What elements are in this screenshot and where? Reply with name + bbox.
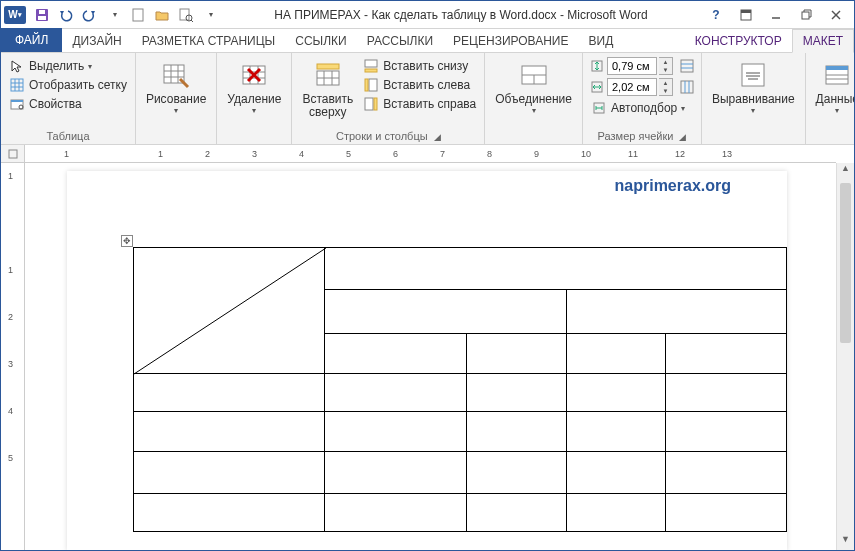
autofit-button[interactable]: Автоподбор bbox=[589, 99, 695, 117]
insert-right-button[interactable]: Вставить справа bbox=[361, 95, 478, 113]
ruler-corner[interactable] bbox=[1, 145, 25, 163]
tab-references[interactable]: ССЫЛКИ bbox=[285, 30, 356, 52]
merge-button[interactable]: Объединение bbox=[491, 57, 576, 117]
scroll-down-icon[interactable]: ▼ bbox=[837, 534, 854, 550]
svg-rect-48 bbox=[681, 60, 693, 72]
insert-below-icon bbox=[363, 58, 379, 74]
table-cell[interactable] bbox=[665, 452, 786, 494]
dialog-launcher-icon[interactable]: ◢ bbox=[434, 132, 441, 142]
row-height-input[interactable] bbox=[607, 57, 657, 75]
table-cell[interactable] bbox=[324, 334, 467, 374]
table-cell[interactable] bbox=[665, 494, 786, 532]
ruler-horizontal[interactable]: 112345678910111213 bbox=[25, 145, 836, 163]
table-move-handle[interactable]: ✥ bbox=[121, 235, 133, 247]
table-cell[interactable] bbox=[134, 374, 325, 412]
tab-page-layout[interactable]: РАЗМЕТКА СТРАНИЦЫ bbox=[132, 30, 286, 52]
svg-rect-37 bbox=[317, 64, 339, 69]
table-cell[interactable] bbox=[324, 290, 566, 334]
data-button[interactable]: Данные bbox=[812, 57, 855, 117]
tab-review[interactable]: РЕЦЕНЗИРОВАНИЕ bbox=[443, 30, 578, 52]
table-cell[interactable] bbox=[324, 452, 467, 494]
insert-below-button[interactable]: Вставить снизу bbox=[361, 57, 478, 75]
table-cell[interactable] bbox=[467, 494, 566, 532]
draw-button[interactable]: Рисование bbox=[142, 57, 210, 117]
svg-rect-41 bbox=[365, 79, 368, 91]
table-cell[interactable] bbox=[566, 334, 665, 374]
alignment-button[interactable]: Выравнивание bbox=[708, 57, 799, 117]
merged-cell-diagonal[interactable] bbox=[134, 248, 325, 374]
tab-file[interactable]: ФАЙЛ bbox=[1, 28, 62, 52]
properties-button[interactable]: Свойства bbox=[7, 95, 129, 113]
table-cell[interactable] bbox=[467, 334, 566, 374]
dialog-launcher-icon[interactable]: ◢ bbox=[679, 132, 686, 142]
table-cell[interactable] bbox=[467, 412, 566, 452]
col-width-spinner[interactable]: ▲▼ bbox=[659, 78, 673, 96]
table-cell[interactable] bbox=[324, 248, 786, 290]
new-doc-icon[interactable] bbox=[128, 5, 148, 25]
insert-above-button[interactable]: Вставить сверху bbox=[298, 57, 357, 121]
distribute-cols-icon[interactable] bbox=[679, 79, 695, 95]
table-cell[interactable] bbox=[566, 290, 786, 334]
group-cell-size-label: Размер ячейки◢ bbox=[589, 130, 695, 142]
properties-icon bbox=[9, 96, 25, 112]
restore-icon[interactable] bbox=[792, 5, 820, 25]
qat-customize-icon[interactable] bbox=[104, 5, 124, 25]
table-cell[interactable] bbox=[665, 412, 786, 452]
table-cell[interactable] bbox=[324, 374, 467, 412]
tab-view[interactable]: ВИД bbox=[579, 30, 624, 52]
distribute-rows-icon[interactable] bbox=[679, 58, 695, 74]
table-cell[interactable] bbox=[665, 374, 786, 412]
table-cell[interactable] bbox=[134, 494, 325, 532]
undo-icon[interactable] bbox=[56, 5, 76, 25]
group-draw: Рисование bbox=[136, 53, 217, 144]
svg-rect-8 bbox=[741, 10, 751, 13]
save-icon[interactable] bbox=[32, 5, 52, 25]
select-button[interactable]: Выделить bbox=[7, 57, 129, 75]
tab-table-layout[interactable]: МАКЕТ bbox=[792, 29, 854, 53]
col-width-input[interactable] bbox=[607, 78, 657, 96]
table-cell[interactable] bbox=[566, 494, 665, 532]
table-cell[interactable] bbox=[566, 374, 665, 412]
svg-rect-4 bbox=[180, 9, 189, 20]
word-table[interactable] bbox=[133, 247, 787, 532]
scroll-thumb[interactable] bbox=[840, 183, 851, 343]
redo-icon[interactable] bbox=[80, 5, 100, 25]
tab-design[interactable]: ДИЗАЙН bbox=[62, 30, 131, 52]
gridlines-button[interactable]: Отобразить сетку bbox=[7, 76, 129, 94]
table-cell[interactable] bbox=[324, 412, 467, 452]
table-cell[interactable] bbox=[134, 452, 325, 494]
svg-rect-38 bbox=[365, 60, 377, 67]
help-icon[interactable]: ? bbox=[702, 5, 730, 25]
insert-left-button[interactable]: Вставить слева bbox=[361, 76, 478, 94]
ribbon-display-icon[interactable] bbox=[732, 5, 760, 25]
row-height-spinner[interactable]: ▲▼ bbox=[659, 57, 673, 75]
delete-icon bbox=[238, 59, 270, 91]
table-cell[interactable] bbox=[467, 374, 566, 412]
close-icon[interactable] bbox=[822, 5, 850, 25]
table-cell[interactable] bbox=[566, 412, 665, 452]
qat-more-icon[interactable] bbox=[200, 5, 220, 25]
table-cell[interactable] bbox=[566, 452, 665, 494]
scroll-up-icon[interactable]: ▲ bbox=[837, 163, 854, 179]
table-cell[interactable] bbox=[467, 452, 566, 494]
delete-button[interactable]: Удаление bbox=[223, 57, 285, 117]
print-preview-icon[interactable] bbox=[176, 5, 196, 25]
document-area: 112345678910111213 112345 ▲ ▼ naprimerax… bbox=[1, 145, 854, 550]
tab-mailings[interactable]: РАССЫЛКИ bbox=[357, 30, 443, 52]
scrollbar-vertical[interactable]: ▲ ▼ bbox=[836, 163, 854, 550]
ruler-vertical[interactable]: 112345 bbox=[1, 163, 25, 550]
tab-table-design[interactable]: КОНСТРУКТОР bbox=[685, 30, 792, 52]
group-rows-columns: Вставить сверху Вставить снизу Вставить … bbox=[292, 53, 485, 144]
table-cell[interactable] bbox=[665, 334, 786, 374]
select-icon bbox=[9, 58, 25, 74]
svg-rect-40 bbox=[369, 79, 377, 91]
open-icon[interactable] bbox=[152, 5, 172, 25]
table-cell[interactable] bbox=[324, 494, 467, 532]
alignment-icon bbox=[737, 59, 769, 91]
svg-line-65 bbox=[134, 248, 326, 374]
group-alignment: Выравнивание bbox=[702, 53, 806, 144]
table-cell[interactable] bbox=[134, 412, 325, 452]
autofit-icon bbox=[591, 100, 607, 116]
minimize-icon[interactable] bbox=[762, 5, 790, 25]
ribbon-tabs: ФАЙЛ ДИЗАЙН РАЗМЕТКА СТРАНИЦЫ ССЫЛКИ РАС… bbox=[1, 29, 854, 53]
